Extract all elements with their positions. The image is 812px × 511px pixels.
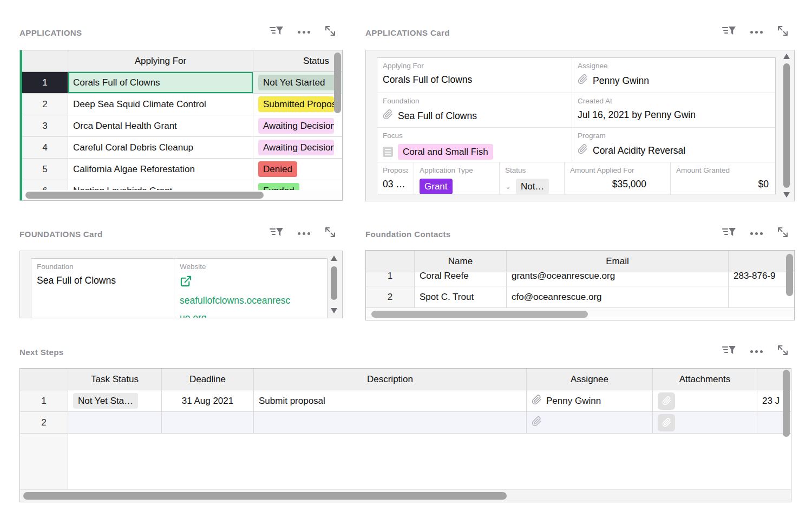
column-header-assignee[interactable]: Assignee (527, 369, 653, 390)
cell-attachments[interactable] (653, 390, 757, 412)
sort-filter-icon[interactable] (269, 24, 284, 40)
field-applying-for[interactable]: Applying For Corals Full of Clowns (377, 58, 572, 93)
field-amount-applied-for[interactable]: Amount Applied For $35,000 (565, 162, 671, 194)
horizontal-scrollbar[interactable] (366, 308, 794, 320)
vertical-scrollbar-thumb[interactable] (783, 370, 790, 437)
cell-status[interactable]: Denied (253, 159, 343, 180)
cell-description[interactable]: Submit proposal (254, 390, 527, 412)
cell-applying-for[interactable]: Orca Dental Health Grant (68, 115, 253, 137)
field-amount-granted[interactable]: Amount Granted $0 (671, 162, 776, 194)
cell-description[interactable] (254, 412, 527, 434)
row-number-header[interactable] (366, 251, 415, 272)
sort-filter-icon[interactable] (722, 226, 737, 241)
field-assignee[interactable]: Assignee Penny Gwinn (572, 58, 776, 93)
expand-icon[interactable] (776, 24, 789, 40)
row-number[interactable]: 5 (22, 159, 68, 180)
cell-task-status[interactable]: Not Yet Sta… (68, 390, 162, 412)
row-number-header[interactable] (22, 50, 68, 72)
paperclip-button[interactable] (658, 414, 675, 431)
column-header-deadline[interactable]: Deadline (162, 369, 254, 390)
cell-name[interactable]: Spot C. Trout (415, 286, 507, 308)
vertical-scrollbar-thumb[interactable] (786, 254, 793, 296)
more-options-icon[interactable] (750, 350, 763, 353)
row-number[interactable]: 1 (22, 72, 68, 94)
cell-applying-for[interactable]: Corals Full of Clowns (68, 72, 253, 94)
cell-status[interactable]: Awaiting Decision (253, 115, 343, 137)
next-steps-table: Task Status Deadline Description Assigne… (19, 368, 791, 502)
field-website[interactable]: Website seafullofclowns.oceanrescue.org (174, 259, 328, 318)
expand-icon[interactable] (324, 226, 337, 241)
field-created-at[interactable]: Created At Jul 16, 2021 by Penny Gwin (572, 93, 776, 127)
cell-applying-for[interactable]: Deep Sea Squid Climate Control (68, 94, 253, 115)
cell-task-status[interactable] (68, 412, 162, 434)
more-options-icon[interactable] (298, 232, 310, 235)
row-number[interactable]: 3 (22, 115, 68, 137)
chevron-down-icon[interactable]: ⌄ (505, 184, 511, 189)
column-header-status[interactable]: Status (253, 50, 343, 72)
field-proposal[interactable]: Proposal 03 … (377, 162, 414, 194)
cell-phone[interactable]: 283-876-9 (729, 272, 795, 286)
field-status[interactable]: Status ⌄Not… (500, 162, 565, 194)
cell-assignee[interactable] (527, 412, 653, 434)
website-link[interactable]: seafullofclowns.oceanrescue.org (180, 292, 292, 318)
column-header-description[interactable]: Description (254, 369, 527, 390)
vertical-scrollbar-thumb[interactable] (331, 266, 337, 300)
horizontal-scrollbar[interactable] (22, 190, 342, 201)
cell-email[interactable]: grants@oceanrescue.org (507, 272, 729, 286)
sort-filter-icon[interactable] (722, 344, 737, 359)
cell-email[interactable]: cfo@oceanrescue.org (507, 286, 729, 308)
cell-name[interactable]: Coral Reefe (415, 272, 507, 286)
row-number-header[interactable] (20, 369, 68, 390)
expand-icon[interactable] (776, 344, 789, 359)
foundations-card-panel-title: FOUNDATIONS Card (19, 230, 103, 239)
external-link-icon[interactable] (180, 275, 323, 290)
scroll-up-arrow[interactable] (783, 54, 790, 59)
cell-status[interactable]: Submitted Proposal (253, 94, 343, 115)
foundations-card: Foundation Sea Full of Clowns Website se… (19, 251, 343, 318)
cell-assignee[interactable]: Penny Gwinn (527, 390, 653, 412)
horizontal-scrollbar-thumb[interactable] (371, 311, 588, 318)
cell-applying-for[interactable]: California Algae Reforestation (68, 159, 253, 180)
expand-icon[interactable] (776, 226, 789, 241)
paperclip-button[interactable] (658, 392, 675, 410)
vertical-scrollbar-thumb[interactable] (783, 63, 790, 188)
scroll-up-arrow[interactable] (331, 255, 337, 261)
column-header-name[interactable]: Name (415, 251, 507, 272)
field-application-type[interactable]: Application Type Grant (414, 162, 500, 194)
column-header-task-status[interactable]: Task Status (68, 369, 162, 390)
horizontal-scrollbar-thumb[interactable] (23, 492, 507, 500)
row-number[interactable]: 2 (366, 286, 415, 308)
field-foundation[interactable]: Foundation Sea Full of Clowns (377, 93, 572, 127)
column-header-phone[interactable] (729, 251, 795, 272)
foundation-contacts-panel-title: Foundation Contacts (365, 230, 451, 239)
row-number[interactable]: 2 (20, 412, 68, 434)
sort-filter-icon[interactable] (722, 24, 737, 40)
row-number[interactable]: 1 (366, 272, 415, 286)
cell-deadline[interactable]: 31 Aug 2021 (162, 390, 254, 412)
cell-deadline[interactable] (162, 412, 254, 434)
expand-icon[interactable] (324, 24, 337, 40)
sort-filter-icon[interactable] (269, 226, 284, 241)
cell-attachments[interactable] (653, 412, 757, 434)
scroll-down-arrow[interactable] (331, 308, 337, 313)
cell-status[interactable]: Awaiting Decision (253, 137, 343, 159)
column-header-applying-for[interactable]: Applying For (68, 50, 253, 72)
row-number[interactable]: 4 (22, 137, 68, 159)
more-options-icon[interactable] (750, 232, 763, 235)
horizontal-scrollbar-thumb[interactable] (25, 192, 264, 199)
field-program[interactable]: Program Coral Acidity Reversal (572, 128, 776, 162)
row-number[interactable]: 1 (20, 390, 68, 412)
column-header-attachments[interactable]: Attachments (653, 369, 757, 390)
cell-status[interactable]: Not Yet Started (253, 72, 343, 94)
field-focus[interactable]: Focus Coral and Small Fish (377, 128, 572, 162)
column-header-email[interactable]: Email (507, 251, 729, 272)
field-foundation[interactable]: Foundation Sea Full of Clowns (31, 259, 174, 318)
cell-phone[interactable] (729, 286, 795, 308)
row-number[interactable]: 2 (22, 94, 68, 115)
vertical-scrollbar-thumb[interactable] (334, 53, 341, 113)
cell-applying-for[interactable]: Careful Coral Debris Cleanup (68, 137, 253, 159)
more-options-icon[interactable] (298, 31, 310, 34)
scroll-down-arrow[interactable] (783, 192, 790, 198)
horizontal-scrollbar[interactable] (20, 489, 791, 502)
more-options-icon[interactable] (750, 31, 763, 34)
